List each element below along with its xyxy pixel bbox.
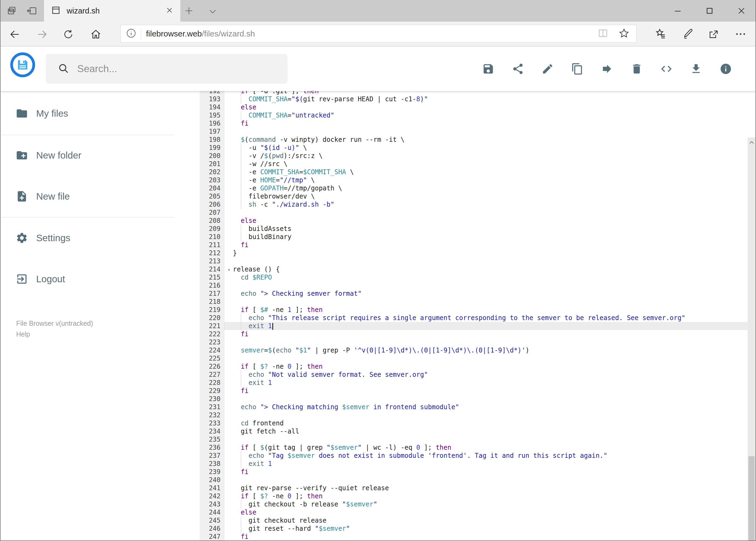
code-line[interactable]: 198 $(command -v winpty) docker run --rm… bbox=[200, 136, 748, 144]
code-line[interactable]: 204 -e GOPATH=//tmp/gopath \ bbox=[200, 184, 748, 192]
code-line[interactable]: 196 fi bbox=[200, 119, 748, 128]
code-line[interactable]: 234 git fetch --all bbox=[200, 427, 748, 435]
code-line[interactable]: 197 bbox=[200, 128, 748, 136]
code-line[interactable]: 216 bbox=[200, 281, 748, 289]
sidebar-item-settings[interactable]: Settings bbox=[0, 226, 189, 251]
code-line[interactable]: 225 bbox=[200, 354, 748, 362]
code-editor[interactable]: 192 if [ -d .git ]; then193 COMMIT_SHA="… bbox=[200, 91, 748, 541]
code-line[interactable]: 227 echo "Not valid semver format. See s… bbox=[200, 370, 748, 379]
sidebar-item-new-file[interactable]: New file bbox=[0, 184, 189, 209]
web-note-pen-icon[interactable] bbox=[680, 26, 695, 42]
share-button[interactable] bbox=[512, 63, 524, 75]
tab-list-chevron-icon[interactable] bbox=[205, 5, 220, 17]
more-ellipsis-icon[interactable] bbox=[733, 26, 748, 42]
code-line[interactable]: 199 -u "$(id -u)" \ bbox=[200, 144, 748, 152]
code-line[interactable]: 243 git checkout -b release "$semver" bbox=[200, 500, 748, 508]
code-line[interactable]: 206 sh -c "./wizard.sh -b" bbox=[200, 201, 748, 209]
code-line[interactable]: 212} bbox=[200, 249, 748, 257]
code-line[interactable]: 229 fi bbox=[200, 387, 748, 395]
code-button[interactable] bbox=[660, 63, 672, 75]
tab-close-icon[interactable] bbox=[166, 6, 173, 15]
code-line[interactable]: 207 bbox=[200, 209, 748, 217]
save-button[interactable] bbox=[482, 63, 494, 75]
code-line[interactable]: 242 if [ $? -ne 0 ]; then bbox=[200, 492, 748, 500]
code-line[interactable]: 210 buildBinary bbox=[200, 233, 748, 241]
sidebar-item-my-files[interactable]: My files bbox=[0, 101, 189, 126]
code-line[interactable]: 223 bbox=[200, 338, 748, 346]
code-line[interactable]: 224 semver=$(echo "$1" | grep -P '^v(0|[… bbox=[200, 346, 748, 354]
minimize-button[interactable] bbox=[664, 0, 692, 22]
code-line[interactable]: 233 cd frontend bbox=[200, 419, 748, 427]
code-line[interactable]: 232 bbox=[200, 411, 748, 419]
code-line[interactable]: 205 filebrowser/dev \ bbox=[200, 192, 748, 201]
code-line[interactable]: 192 if [ -d .git ]; then bbox=[200, 91, 748, 95]
share-page-icon[interactable] bbox=[706, 26, 721, 42]
close-button[interactable] bbox=[727, 0, 755, 22]
refresh-button[interactable] bbox=[62, 28, 75, 41]
help-link[interactable]: Help bbox=[16, 329, 93, 339]
home-button[interactable] bbox=[89, 28, 103, 41]
code-line[interactable]: 230 bbox=[200, 395, 748, 403]
code-line[interactable]: 238 exit 1 bbox=[200, 460, 748, 468]
code-line[interactable]: 236 if [ $(git tag | grep "$semver" | wc… bbox=[200, 443, 748, 452]
code-line[interactable]: 201 -w //src \ bbox=[200, 160, 748, 168]
code-line[interactable]: 239 fi bbox=[200, 468, 748, 476]
code-line[interactable]: 244 else bbox=[200, 508, 748, 516]
info-button[interactable] bbox=[720, 63, 732, 75]
code-line[interactable]: 231 echo "> Checking matching $semver in… bbox=[200, 403, 748, 411]
code-line[interactable]: 228 exit 1 bbox=[200, 379, 748, 387]
code-line[interactable]: 240 bbox=[200, 476, 748, 484]
code-line[interactable]: 217 echo "> Checking semver format" bbox=[200, 289, 748, 297]
sidebar-item-new-folder[interactable]: New folder bbox=[0, 143, 189, 168]
favorite-star-icon[interactable] bbox=[619, 28, 630, 40]
page-scrollbar[interactable] bbox=[748, 138, 755, 541]
new-tab-button[interactable] bbox=[181, 4, 196, 18]
hub-favorites-icon[interactable] bbox=[653, 26, 668, 42]
code-line[interactable]: 208 else bbox=[200, 217, 748, 225]
filebrowser-logo[interactable] bbox=[10, 52, 35, 77]
code-line[interactable]: 214▾release () { bbox=[200, 265, 748, 273]
search-bar[interactable] bbox=[46, 54, 287, 84]
sidebar-item-logout[interactable]: Logout bbox=[0, 267, 189, 291]
code-line[interactable]: 222 fi bbox=[200, 330, 748, 338]
code-line[interactable]: 219 if [ $# -ne 1 ]; then bbox=[200, 306, 748, 314]
code-line[interactable]: 193 COMMIT_SHA="$(git rev-parse HEAD | c… bbox=[200, 95, 748, 103]
code-line[interactable]: 213 bbox=[200, 257, 748, 265]
maximize-button[interactable] bbox=[695, 0, 724, 22]
code-line[interactable]: 235 bbox=[200, 435, 748, 443]
move-button[interactable] bbox=[601, 63, 613, 75]
code-line[interactable]: 209 buildAssets bbox=[200, 225, 748, 233]
code-line[interactable]: 226 if [ $? -ne 0 ]; then bbox=[200, 362, 748, 370]
download-button[interactable] bbox=[690, 63, 702, 75]
copy-button[interactable] bbox=[571, 63, 584, 75]
address-bar[interactable]: filebrowser.web/files/wizard.sh bbox=[121, 25, 636, 43]
edit-button[interactable] bbox=[541, 63, 554, 75]
code-line[interactable]: 202 -e COMMIT_SHA=$COMMIT_SHA \ bbox=[200, 168, 748, 176]
code-line[interactable]: 245 git checkout release bbox=[200, 516, 748, 525]
code-line[interactable]: 194 else bbox=[200, 103, 748, 111]
code-line[interactable]: 211 fi bbox=[200, 241, 748, 249]
set-tabs-aside-icon[interactable] bbox=[25, 4, 39, 17]
scroll-up-icon[interactable] bbox=[748, 138, 755, 147]
code-line[interactable]: 247 fi bbox=[200, 533, 748, 541]
scrollbar-thumb[interactable] bbox=[748, 456, 755, 541]
code-line[interactable]: 215 cd $REPO bbox=[200, 273, 748, 281]
tab-preview-icon[interactable] bbox=[5, 4, 19, 17]
search-input[interactable] bbox=[77, 63, 267, 75]
code-line[interactable]: 241 git rev-parse --verify --quiet relea… bbox=[200, 484, 748, 492]
browser-tab[interactable]: wizard.sh bbox=[44, 0, 180, 22]
forward-button[interactable] bbox=[35, 28, 49, 41]
back-button[interactable] bbox=[8, 28, 22, 41]
indent-guide bbox=[241, 370, 241, 379]
code-line[interactable]: 195 COMMIT_SHA="untracked" bbox=[200, 111, 748, 119]
code-line[interactable]: 237 echo "Tag $semver does not exist in … bbox=[200, 452, 748, 460]
code-line[interactable]: 246 git reset --hard "$semver" bbox=[200, 525, 748, 533]
code-line[interactable]: 200 -v /$(pwd):/src:z \ bbox=[200, 152, 748, 160]
site-info-icon[interactable] bbox=[126, 28, 136, 40]
code-line[interactable]: 221 exit 1 bbox=[200, 322, 748, 330]
code-line[interactable]: 203 -e HOME="//tmp" \ bbox=[200, 176, 748, 184]
code-line[interactable]: 220 echo "This release script requires a… bbox=[200, 314, 748, 322]
code-line[interactable]: 218 bbox=[200, 297, 748, 306]
delete-button[interactable] bbox=[630, 63, 643, 75]
reading-view-icon[interactable] bbox=[597, 28, 609, 40]
